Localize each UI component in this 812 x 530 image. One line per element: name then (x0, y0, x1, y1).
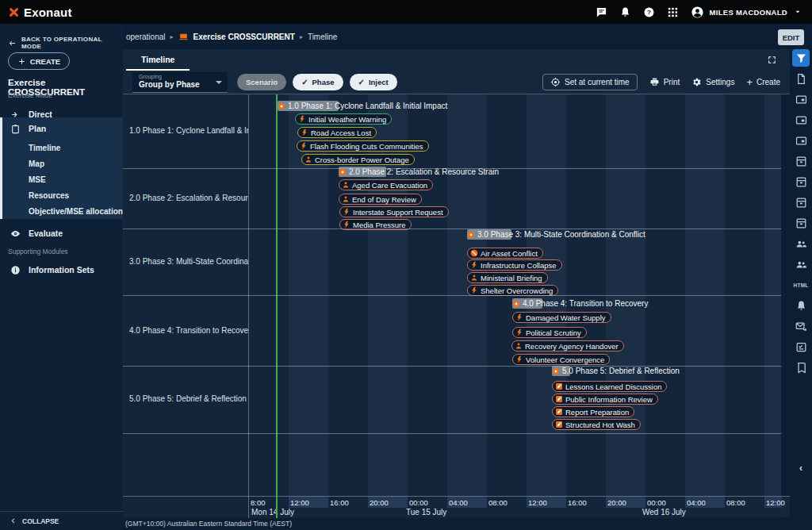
inject-pill[interactable]: Cross-border Power Outage (301, 154, 415, 165)
inject-pill[interactable]: Public Information Review (552, 394, 658, 405)
inject-label: Shelter Overcrowding (481, 286, 553, 295)
grouping-label: Grouping (139, 74, 223, 79)
back-to-operational-mode-button[interactable]: BACK TO OPERATIONAL MODE (8, 36, 123, 50)
apps-grid-icon[interactable] (667, 6, 679, 18)
phase-bar[interactable]: 5.0 Phase 5: Debrief & Reflection (552, 366, 680, 376)
storage-box-button[interactable] (792, 194, 810, 211)
sidebar-item-plan[interactable]: Plan (2, 117, 123, 140)
sidebar-item-evaluate[interactable]: Evaluate (0, 224, 123, 243)
sidebar-item-objective-mse-allocation[interactable]: Objective/MSE allocation (2, 203, 123, 219)
handbook-button[interactable] (792, 359, 810, 376)
fullscreen-icon[interactable] (767, 55, 777, 65)
rail-collapse-chevron[interactable]: ‹ (790, 463, 812, 474)
inject-pill[interactable]: Shelter Overcrowding (467, 285, 558, 296)
phase-bar-label: 3.0 Phase 3: Multi-State Coordination & … (477, 230, 645, 239)
breadcrumb-separator-icon: ▸ (300, 33, 303, 40)
inject-label: Ministerial Briefing (481, 274, 542, 282)
phase-bar[interactable]: 3.0 Phase 3: Multi-State Coordination & … (467, 229, 645, 240)
inject-pill[interactable]: Air Asset Conflict (467, 248, 543, 259)
person-icon (304, 156, 312, 163)
tab-timeline[interactable]: Timeline (126, 49, 190, 71)
task-form-icon (795, 341, 807, 353)
phase-icon (552, 367, 560, 375)
top-header: Exonaut ? MILES MACDONALD (0, 0, 812, 24)
inject-pill[interactable]: Structured Hot Wash (552, 419, 641, 430)
bolt-icon (515, 313, 523, 321)
sidebar-item-map[interactable]: Map (2, 156, 123, 171)
inject-pill[interactable]: Damaged Water Supply (512, 312, 611, 323)
filter-button[interactable] (792, 49, 810, 67)
inject-pill[interactable]: Political Scrutiny (512, 327, 587, 338)
breadcrumb-operational[interactable]: operational (126, 33, 165, 41)
phase-bar-label: 1.0 Phase 1: Cyclone Landfall & Initial … (288, 102, 447, 110)
notifications-bell-icon[interactable] (619, 6, 631, 18)
axis-tick-label: 12:00 (528, 498, 547, 507)
storage-box-button[interactable] (792, 214, 810, 232)
bolt-icon (298, 115, 306, 123)
chevron-down-icon (793, 7, 802, 17)
chip-scenario[interactable]: Scenario (237, 74, 286, 90)
breadcrumb-timeline[interactable]: Timeline (308, 33, 337, 41)
sidebar-item-information-sets[interactable]: Information Sets (0, 260, 123, 279)
time-axis: 8:0012:0016:0020:0000:0004:0008:0012:001… (123, 496, 790, 517)
phase-bar[interactable]: 4.0 Phase 4: Transition to Recovery (512, 298, 648, 309)
task-form-button[interactable] (792, 338, 810, 355)
time-axis-scale[interactable]: 8:0012:0016:0020:0000:0004:0008:0012:001… (248, 497, 781, 518)
edit-button[interactable]: EDIT (778, 29, 804, 45)
media-card-button[interactable] (792, 90, 810, 108)
inject-pill[interactable]: Flash Flooding Cuts Communities (297, 140, 429, 152)
storage-box-button[interactable] (792, 152, 810, 170)
team-icon (795, 259, 807, 271)
phase-bar[interactable]: 1.0 Phase 1: Cyclone Landfall & Initial … (278, 101, 447, 111)
sidebar-collapse-button[interactable]: COLLAPSE (0, 511, 123, 530)
inject-pill[interactable]: Lessons Learned Discussion (552, 381, 667, 392)
inject-pill[interactable]: Road Access Lost (297, 127, 377, 138)
sidebar-item-mse[interactable]: MSE (2, 171, 123, 187)
chat-icon[interactable] (596, 6, 607, 18)
print-button[interactable]: Print (649, 77, 680, 87)
person-icon (470, 274, 478, 282)
sidebar-create-button[interactable]: CREATE (8, 52, 70, 70)
inject-pill[interactable]: End of Day Review (339, 194, 422, 205)
sidebar-item-resources[interactable]: Resources (2, 187, 123, 203)
gear-icon (691, 77, 702, 87)
axis-tick-label: 12:00 (290, 498, 309, 507)
inject-pill[interactable]: Aged Care Evacuation (339, 179, 433, 190)
axis-tick-label: 04:00 (687, 498, 706, 507)
create-button[interactable]: + Create (746, 78, 780, 86)
chip-inject[interactable]: ✓ Inject (350, 74, 397, 90)
media-card-button[interactable] (792, 132, 810, 149)
inject-pill[interactable]: Report Preparation (552, 406, 634, 417)
document-button[interactable] (792, 70, 810, 87)
sidebar-item-timeline[interactable]: Timeline (2, 140, 123, 156)
send-mail-button[interactable] (792, 317, 810, 335)
inject-pill[interactable]: Volunteer Convergence (512, 354, 610, 365)
grouping-select[interactable]: Grouping Group by Phase (132, 72, 228, 93)
chip-phase[interactable]: ✓ Phase (293, 74, 343, 90)
inject-pill[interactable]: Recovery Agency Handover (511, 340, 624, 351)
breadcrumb-exercise[interactable]: Exercise CROSSCURRENT (193, 33, 295, 41)
gantt-row-label: 5.0 Phase 5: Debrief & Reflection (129, 394, 247, 403)
inject-pill[interactable]: Infrastructure Collapse (467, 259, 562, 271)
notification-button[interactable] (792, 297, 810, 314)
axis-date-label: Wed 16 July (642, 508, 686, 517)
plus-icon (17, 57, 26, 66)
settings-button[interactable]: Settings (691, 77, 734, 87)
media-card-button[interactable] (792, 111, 810, 129)
inject-pill[interactable]: Initial Weather Warning (295, 113, 392, 125)
inject-pill[interactable]: Ministerial Briefing (467, 272, 548, 283)
html-icon: HTML (794, 282, 809, 288)
help-icon[interactable]: ? (643, 6, 655, 18)
person-icon (515, 342, 523, 350)
left-sidebar: BACK TO OPERATIONAL MODE CREATE Exercise… (0, 24, 123, 530)
timeline-panel: Timeline Grouping Group by Phase Scenari… (123, 49, 790, 517)
team-button[interactable] (792, 255, 810, 273)
user-menu[interactable]: MILES MACDONALD (691, 6, 802, 19)
inject-label: Initial Weather Warning (308, 115, 386, 124)
set-at-current-time-button[interactable]: Set at current time (542, 74, 638, 90)
storage-box-button[interactable] (792, 173, 810, 190)
team-button[interactable] (792, 235, 810, 252)
check-icon: ✓ (301, 78, 308, 86)
inject-pill[interactable]: Interstate Support Request (339, 206, 449, 217)
html-button[interactable]: HTML (792, 276, 810, 294)
